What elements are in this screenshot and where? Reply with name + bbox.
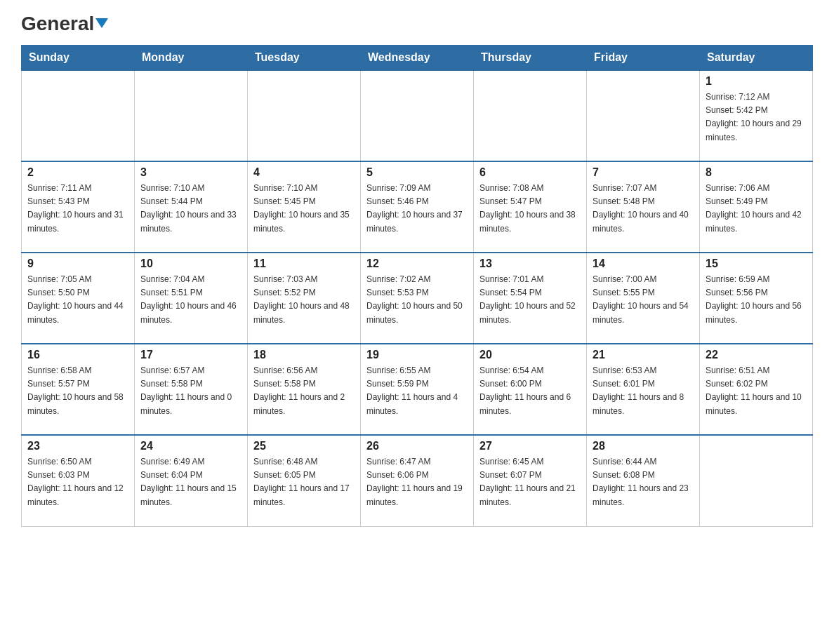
day-info: Sunrise: 6:44 AMSunset: 6:08 PMDaylight:… <box>593 455 694 509</box>
calendar-week-row: 9Sunrise: 7:05 AMSunset: 5:50 PMDaylight… <box>22 253 813 344</box>
calendar-cell: 16Sunrise: 6:58 AMSunset: 5:57 PMDayligh… <box>22 344 135 435</box>
day-info: Sunrise: 6:45 AMSunset: 6:07 PMDaylight:… <box>479 455 581 509</box>
calendar-cell: 20Sunrise: 6:54 AMSunset: 6:00 PMDayligh… <box>474 344 587 435</box>
day-header-row: Sunday Monday Tuesday Wednesday Thursday… <box>22 46 813 71</box>
header-friday: Friday <box>587 46 700 71</box>
day-number: 2 <box>27 166 128 179</box>
logo-triangle-icon <box>95 18 108 28</box>
day-info: Sunrise: 7:03 AMSunset: 5:52 PMDaylight:… <box>253 273 355 327</box>
calendar-cell <box>587 70 700 161</box>
day-number: 6 <box>479 166 581 179</box>
calendar-cell: 10Sunrise: 7:04 AMSunset: 5:51 PMDayligh… <box>135 253 248 344</box>
calendar-cell: 26Sunrise: 6:47 AMSunset: 6:06 PMDayligh… <box>361 435 474 526</box>
day-number: 1 <box>706 75 807 88</box>
day-number: 11 <box>253 257 355 270</box>
logo-general-text: General <box>21 14 108 34</box>
logo: General <box>21 14 108 34</box>
header-saturday: Saturday <box>700 46 813 71</box>
day-info: Sunrise: 7:12 AMSunset: 5:42 PMDaylight:… <box>706 90 807 145</box>
day-info: Sunrise: 6:55 AMSunset: 5:59 PMDaylight:… <box>366 364 468 418</box>
day-info: Sunrise: 7:00 AMSunset: 5:55 PMDaylight:… <box>593 273 694 327</box>
calendar-cell: 27Sunrise: 6:45 AMSunset: 6:07 PMDayligh… <box>474 435 587 526</box>
day-number: 5 <box>366 166 468 179</box>
day-info: Sunrise: 7:01 AMSunset: 5:54 PMDaylight:… <box>479 273 581 327</box>
calendar-cell: 24Sunrise: 6:49 AMSunset: 6:04 PMDayligh… <box>135 435 248 526</box>
day-info: Sunrise: 6:51 AMSunset: 6:02 PMDaylight:… <box>706 364 807 418</box>
header-wednesday: Wednesday <box>361 46 474 71</box>
day-number: 15 <box>706 257 807 270</box>
day-number: 27 <box>479 440 581 452</box>
calendar-cell: 23Sunrise: 6:50 AMSunset: 6:03 PMDayligh… <box>22 435 135 526</box>
calendar-cell: 4Sunrise: 7:10 AMSunset: 5:45 PMDaylight… <box>248 161 361 253</box>
calendar-cell <box>700 435 813 526</box>
calendar-cell: 12Sunrise: 7:02 AMSunset: 5:53 PMDayligh… <box>361 253 474 344</box>
calendar-cell <box>135 70 248 161</box>
calendar-week-row: 2Sunrise: 7:11 AMSunset: 5:43 PMDaylight… <box>22 161 813 253</box>
calendar-cell <box>361 70 474 161</box>
day-number: 3 <box>140 166 241 179</box>
day-number: 10 <box>140 257 241 270</box>
day-info: Sunrise: 6:54 AMSunset: 6:00 PMDaylight:… <box>479 364 581 418</box>
day-number: 21 <box>593 349 694 361</box>
calendar-cell <box>474 70 587 161</box>
day-number: 13 <box>479 257 581 270</box>
day-info: Sunrise: 6:48 AMSunset: 6:05 PMDaylight:… <box>253 455 355 509</box>
day-number: 7 <box>593 166 694 179</box>
calendar-cell: 8Sunrise: 7:06 AMSunset: 5:49 PMDaylight… <box>700 161 813 253</box>
day-number: 22 <box>706 349 807 361</box>
day-info: Sunrise: 6:56 AMSunset: 5:58 PMDaylight:… <box>253 364 355 418</box>
day-info: Sunrise: 7:09 AMSunset: 5:46 PMDaylight:… <box>366 182 468 236</box>
day-info: Sunrise: 6:58 AMSunset: 5:57 PMDaylight:… <box>27 364 128 418</box>
calendar-cell: 5Sunrise: 7:09 AMSunset: 5:46 PMDaylight… <box>361 161 474 253</box>
calendar-cell: 6Sunrise: 7:08 AMSunset: 5:47 PMDaylight… <box>474 161 587 253</box>
calendar-cell: 19Sunrise: 6:55 AMSunset: 5:59 PMDayligh… <box>361 344 474 435</box>
header: General <box>21 14 813 34</box>
calendar-cell: 1Sunrise: 7:12 AMSunset: 5:42 PMDaylight… <box>700 70 813 161</box>
day-number: 12 <box>366 257 468 270</box>
header-tuesday: Tuesday <box>248 46 361 71</box>
calendar-cell <box>22 70 135 161</box>
calendar-table: Sunday Monday Tuesday Wednesday Thursday… <box>21 45 813 527</box>
day-number: 26 <box>366 440 468 452</box>
day-info: Sunrise: 7:11 AMSunset: 5:43 PMDaylight:… <box>27 182 128 236</box>
calendar-cell: 3Sunrise: 7:10 AMSunset: 5:44 PMDaylight… <box>135 161 248 253</box>
calendar-cell: 11Sunrise: 7:03 AMSunset: 5:52 PMDayligh… <box>248 253 361 344</box>
header-thursday: Thursday <box>474 46 587 71</box>
calendar-cell: 2Sunrise: 7:11 AMSunset: 5:43 PMDaylight… <box>22 161 135 253</box>
calendar-cell: 21Sunrise: 6:53 AMSunset: 6:01 PMDayligh… <box>587 344 700 435</box>
header-monday: Monday <box>135 46 248 71</box>
day-info: Sunrise: 6:49 AMSunset: 6:04 PMDaylight:… <box>140 455 241 509</box>
day-info: Sunrise: 6:57 AMSunset: 5:58 PMDaylight:… <box>140 364 241 418</box>
day-info: Sunrise: 6:59 AMSunset: 5:56 PMDaylight:… <box>706 273 807 327</box>
day-number: 4 <box>253 166 355 179</box>
day-number: 28 <box>593 440 694 452</box>
calendar-cell <box>248 70 361 161</box>
calendar-cell: 28Sunrise: 6:44 AMSunset: 6:08 PMDayligh… <box>587 435 700 526</box>
calendar-cell: 15Sunrise: 6:59 AMSunset: 5:56 PMDayligh… <box>700 253 813 344</box>
calendar-cell: 22Sunrise: 6:51 AMSunset: 6:02 PMDayligh… <box>700 344 813 435</box>
day-info: Sunrise: 7:10 AMSunset: 5:44 PMDaylight:… <box>140 182 241 236</box>
day-info: Sunrise: 7:10 AMSunset: 5:45 PMDaylight:… <box>253 182 355 236</box>
day-number: 9 <box>27 257 128 270</box>
calendar-cell: 17Sunrise: 6:57 AMSunset: 5:58 PMDayligh… <box>135 344 248 435</box>
calendar-cell: 9Sunrise: 7:05 AMSunset: 5:50 PMDaylight… <box>22 253 135 344</box>
calendar-cell: 25Sunrise: 6:48 AMSunset: 6:05 PMDayligh… <box>248 435 361 526</box>
calendar-week-row: 16Sunrise: 6:58 AMSunset: 5:57 PMDayligh… <box>22 344 813 435</box>
day-info: Sunrise: 7:05 AMSunset: 5:50 PMDaylight:… <box>27 273 128 327</box>
day-info: Sunrise: 6:47 AMSunset: 6:06 PMDaylight:… <box>366 455 468 509</box>
day-info: Sunrise: 7:06 AMSunset: 5:49 PMDaylight:… <box>706 182 807 236</box>
day-number: 20 <box>479 349 581 361</box>
day-number: 19 <box>366 349 468 361</box>
calendar-cell: 7Sunrise: 7:07 AMSunset: 5:48 PMDaylight… <box>587 161 700 253</box>
day-info: Sunrise: 7:08 AMSunset: 5:47 PMDaylight:… <box>479 182 581 236</box>
header-sunday: Sunday <box>22 46 135 71</box>
day-info: Sunrise: 6:53 AMSunset: 6:01 PMDaylight:… <box>593 364 694 418</box>
day-number: 16 <box>27 349 128 361</box>
day-info: Sunrise: 7:07 AMSunset: 5:48 PMDaylight:… <box>593 182 694 236</box>
day-number: 18 <box>253 349 355 361</box>
calendar-cell: 13Sunrise: 7:01 AMSunset: 5:54 PMDayligh… <box>474 253 587 344</box>
calendar-cell: 14Sunrise: 7:00 AMSunset: 5:55 PMDayligh… <box>587 253 700 344</box>
calendar-week-row: 1Sunrise: 7:12 AMSunset: 5:42 PMDaylight… <box>22 70 813 161</box>
day-number: 25 <box>253 440 355 452</box>
calendar-week-row: 23Sunrise: 6:50 AMSunset: 6:03 PMDayligh… <box>22 435 813 526</box>
